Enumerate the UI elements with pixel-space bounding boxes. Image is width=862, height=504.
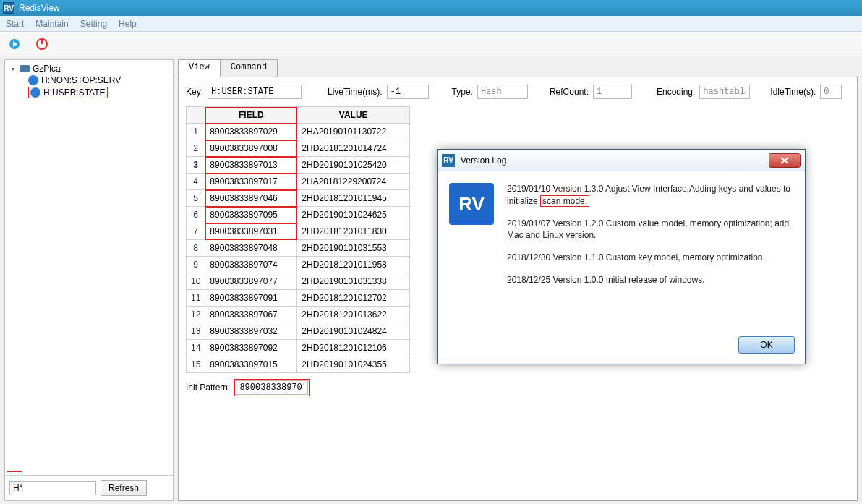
menu-maintain[interactable]: Maintain bbox=[35, 19, 68, 29]
close-icon bbox=[780, 157, 789, 164]
tree-root[interactable]: ▾ GzPlca bbox=[8, 63, 170, 74]
col-value[interactable]: VALUE bbox=[297, 107, 410, 124]
table-row[interactable]: 2890038338970082HD20181201014724 bbox=[187, 140, 410, 157]
cell-value[interactable]: 2HD20181201014724 bbox=[297, 140, 410, 157]
highlight-box bbox=[7, 471, 22, 487]
cell-field[interactable]: 89003833897013 bbox=[205, 157, 297, 174]
encoding-field bbox=[699, 85, 750, 99]
expand-icon[interactable]: ▾ bbox=[9, 65, 17, 72]
dialog-titlebar[interactable]: RV Version Log bbox=[438, 150, 805, 171]
idletime-field bbox=[820, 85, 842, 99]
hash-table[interactable]: FIELD VALUE 1890038338970292HA2019010113… bbox=[186, 106, 410, 373]
row-num: 6 bbox=[187, 207, 205, 223]
power-button[interactable] bbox=[32, 35, 52, 54]
cell-value[interactable]: 2HD20190101024355 bbox=[297, 356, 410, 373]
cell-field[interactable]: 89003833897008 bbox=[205, 140, 297, 157]
refcount-label: RefCount: bbox=[550, 87, 589, 97]
table-row[interactable]: 12890038338970672HD20181201013622 bbox=[187, 307, 410, 323]
row-num: 8 bbox=[187, 240, 205, 257]
cell-value[interactable]: 2HD20190101031338 bbox=[297, 273, 410, 290]
close-button[interactable] bbox=[769, 153, 801, 168]
tree[interactable]: ▾ GzPlca H:NON:STOP:SERV H:USER:STATE bbox=[5, 60, 173, 475]
table-row[interactable]: 14890038338970922HD20181201012106 bbox=[187, 340, 410, 356]
tab-command[interactable]: Command bbox=[220, 59, 278, 77]
row-num: 7 bbox=[187, 223, 205, 240]
row-num: 11 bbox=[187, 290, 205, 307]
table-row[interactable]: 6890038338970952HD20190101024625 bbox=[187, 207, 410, 223]
cell-field[interactable]: 89003833897074 bbox=[205, 257, 297, 273]
cell-value[interactable]: 2HD20181201012702 bbox=[297, 290, 410, 307]
init-pattern-input[interactable] bbox=[236, 380, 308, 395]
tree-root-label: GzPlca bbox=[33, 64, 61, 74]
refresh-button[interactable]: Refresh bbox=[101, 480, 147, 496]
cell-field[interactable]: 89003833897067 bbox=[205, 307, 297, 323]
table-row[interactable]: 11890038338970912HD20181201012702 bbox=[187, 290, 410, 307]
key-field[interactable] bbox=[208, 85, 302, 99]
play-button[interactable] bbox=[4, 35, 25, 54]
table-row[interactable]: 13890038338970322HD20190101024824 bbox=[187, 323, 410, 340]
cell-field[interactable]: 89003833897092 bbox=[205, 340, 297, 356]
cell-value[interactable]: 2HD20190101025420 bbox=[297, 157, 410, 174]
cell-field[interactable]: 89003833897095 bbox=[205, 207, 297, 223]
cell-field[interactable]: 89003833897046 bbox=[205, 190, 297, 207]
cell-field[interactable]: 89003833897015 bbox=[205, 356, 297, 373]
row-num: 13 bbox=[187, 323, 205, 340]
cell-field[interactable]: 89003833897077 bbox=[205, 273, 297, 290]
row-num: 2 bbox=[187, 140, 205, 157]
menu-setting[interactable]: Setting bbox=[80, 19, 107, 29]
row-num: 4 bbox=[187, 174, 205, 190]
server-icon bbox=[20, 65, 30, 72]
version-entry: 2018/12/25 Version 1.0.0 Initial release… bbox=[507, 274, 793, 286]
table-row[interactable]: 3890038338970132HD20190101025420 bbox=[187, 157, 410, 174]
table-row[interactable]: 15890038338970152HD20190101024355 bbox=[187, 356, 410, 373]
cell-value[interactable]: 2HD20190101031553 bbox=[297, 240, 410, 257]
menu-help[interactable]: Help bbox=[119, 19, 137, 29]
cell-value[interactable]: 2HD20181201012106 bbox=[297, 340, 410, 356]
dialog-title: Version Log bbox=[461, 155, 506, 166]
table-row[interactable]: 1890038338970292HA20190101130722 bbox=[187, 124, 410, 140]
row-num: 12 bbox=[187, 307, 205, 323]
tab-view[interactable]: View bbox=[178, 59, 221, 77]
cell-value[interactable]: 2HA20181229200724 bbox=[297, 174, 410, 190]
table-row[interactable]: 10890038338970772HD20190101031338 bbox=[187, 273, 410, 290]
init-pattern-label: Init Pattern: bbox=[186, 383, 230, 393]
cell-field[interactable]: 89003833897017 bbox=[205, 174, 297, 190]
tree-item-0[interactable]: H:NON:STOP:SERV bbox=[8, 74, 170, 86]
table-row[interactable]: 5890038338970462HD20181201011945 bbox=[187, 190, 410, 207]
table-row[interactable]: 7890038338970312HD20181201011830 bbox=[187, 223, 410, 240]
tree-item-1[interactable]: H:USER:STATE bbox=[8, 86, 170, 99]
cell-value[interactable]: 2HD20181201013622 bbox=[297, 307, 410, 323]
cell-field[interactable]: 89003833897032 bbox=[205, 323, 297, 340]
version-log-text: 2019/01/10 Version 1.3.0 Adjust View Int… bbox=[507, 183, 793, 319]
menu-start[interactable]: Start bbox=[6, 19, 24, 29]
info-row: Key: LiveTime(ms): Type: RefCount: Encod… bbox=[186, 85, 850, 99]
app-icon: RV bbox=[3, 2, 14, 14]
table-row[interactable]: 9890038338970742HD20181201011958 bbox=[187, 257, 410, 273]
cell-field[interactable]: 89003833897091 bbox=[205, 290, 297, 307]
cell-value[interactable]: 2HD20181201011945 bbox=[297, 190, 410, 207]
cell-field[interactable]: 89003833897029 bbox=[205, 124, 297, 140]
titlebar: RV RedisView bbox=[0, 0, 862, 16]
col-field[interactable]: FIELD bbox=[205, 107, 297, 124]
version-entry: 2019/01/10 Version 1.3.0 Adjust View Int… bbox=[507, 183, 793, 208]
cell-value[interactable]: 2HD20190101024824 bbox=[297, 323, 410, 340]
cell-value[interactable]: 2HD20181201011830 bbox=[297, 223, 410, 240]
livetime-field[interactable] bbox=[387, 85, 429, 99]
pattern-input[interactable] bbox=[9, 481, 96, 495]
cell-value[interactable]: 2HD20190101024625 bbox=[297, 207, 410, 223]
table-row[interactable]: 8890038338970482HD20190101031553 bbox=[187, 240, 410, 257]
key-icon bbox=[30, 87, 40, 98]
cell-field[interactable]: 89003833897048 bbox=[205, 240, 297, 257]
toolbar bbox=[0, 32, 862, 56]
dialog-logo: RV bbox=[449, 183, 494, 225]
row-num: 1 bbox=[187, 124, 205, 140]
table-row[interactable]: 4890038338970172HA20181229200724 bbox=[187, 174, 410, 190]
cell-value[interactable]: 2HD20181201011958 bbox=[297, 257, 410, 273]
encoding-label: Encoding: bbox=[657, 87, 695, 97]
version-log-dialog: RV Version Log RV 2019/01/10 Version 1.3… bbox=[437, 149, 806, 364]
type-field bbox=[477, 85, 528, 99]
ok-button[interactable]: OK bbox=[738, 336, 795, 354]
play-icon bbox=[9, 38, 20, 50]
cell-value[interactable]: 2HA20190101130722 bbox=[297, 124, 410, 140]
cell-field[interactable]: 89003833897031 bbox=[205, 223, 297, 240]
